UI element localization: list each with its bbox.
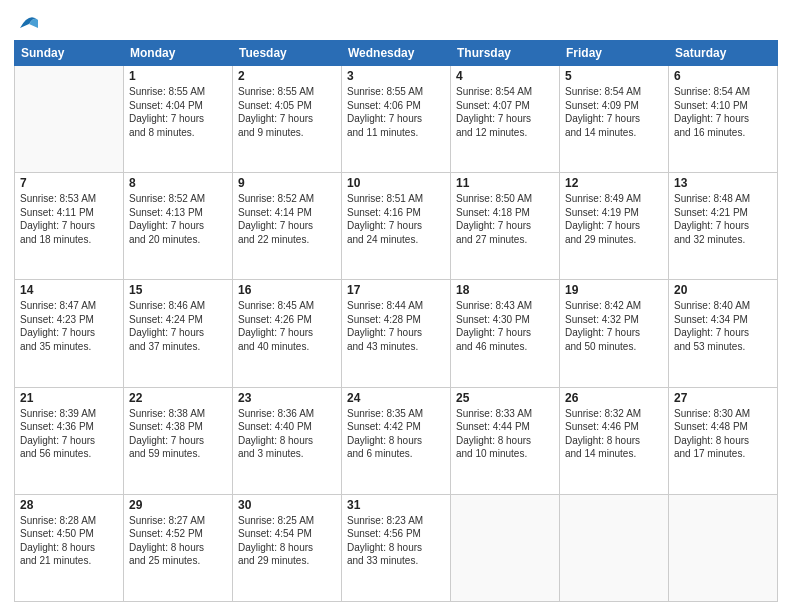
calendar-cell: 4Sunrise: 8:54 AM Sunset: 4:07 PM Daylig… [451,66,560,173]
day-info: Sunrise: 8:54 AM Sunset: 4:07 PM Dayligh… [456,85,554,139]
weekday-header-tuesday: Tuesday [233,41,342,66]
day-info: Sunrise: 8:44 AM Sunset: 4:28 PM Dayligh… [347,299,445,353]
calendar-cell: 19Sunrise: 8:42 AM Sunset: 4:32 PM Dayli… [560,280,669,387]
calendar-table: SundayMondayTuesdayWednesdayThursdayFrid… [14,40,778,602]
calendar-header-row: SundayMondayTuesdayWednesdayThursdayFrid… [15,41,778,66]
weekday-header-friday: Friday [560,41,669,66]
day-number: 7 [20,176,118,190]
day-number: 23 [238,391,336,405]
calendar-cell: 17Sunrise: 8:44 AM Sunset: 4:28 PM Dayli… [342,280,451,387]
calendar-cell: 24Sunrise: 8:35 AM Sunset: 4:42 PM Dayli… [342,387,451,494]
calendar-cell: 10Sunrise: 8:51 AM Sunset: 4:16 PM Dayli… [342,173,451,280]
day-number: 16 [238,283,336,297]
weekday-header-wednesday: Wednesday [342,41,451,66]
day-number: 14 [20,283,118,297]
day-info: Sunrise: 8:42 AM Sunset: 4:32 PM Dayligh… [565,299,663,353]
calendar-cell: 6Sunrise: 8:54 AM Sunset: 4:10 PM Daylig… [669,66,778,173]
day-number: 8 [129,176,227,190]
day-number: 31 [347,498,445,512]
weekday-header-monday: Monday [124,41,233,66]
day-info: Sunrise: 8:50 AM Sunset: 4:18 PM Dayligh… [456,192,554,246]
day-number: 22 [129,391,227,405]
calendar-cell: 12Sunrise: 8:49 AM Sunset: 4:19 PM Dayli… [560,173,669,280]
day-info: Sunrise: 8:55 AM Sunset: 4:05 PM Dayligh… [238,85,336,139]
calendar-cell: 20Sunrise: 8:40 AM Sunset: 4:34 PM Dayli… [669,280,778,387]
day-info: Sunrise: 8:35 AM Sunset: 4:42 PM Dayligh… [347,407,445,461]
day-info: Sunrise: 8:49 AM Sunset: 4:19 PM Dayligh… [565,192,663,246]
day-info: Sunrise: 8:52 AM Sunset: 4:14 PM Dayligh… [238,192,336,246]
day-info: Sunrise: 8:47 AM Sunset: 4:23 PM Dayligh… [20,299,118,353]
day-number: 18 [456,283,554,297]
day-info: Sunrise: 8:43 AM Sunset: 4:30 PM Dayligh… [456,299,554,353]
weekday-header-thursday: Thursday [451,41,560,66]
calendar-cell: 8Sunrise: 8:52 AM Sunset: 4:13 PM Daylig… [124,173,233,280]
day-info: Sunrise: 8:51 AM Sunset: 4:16 PM Dayligh… [347,192,445,246]
calendar-cell: 30Sunrise: 8:25 AM Sunset: 4:54 PM Dayli… [233,494,342,601]
day-number: 27 [674,391,772,405]
calendar-cell: 16Sunrise: 8:45 AM Sunset: 4:26 PM Dayli… [233,280,342,387]
day-number: 21 [20,391,118,405]
day-info: Sunrise: 8:36 AM Sunset: 4:40 PM Dayligh… [238,407,336,461]
page: SundayMondayTuesdayWednesdayThursdayFrid… [0,0,792,612]
day-info: Sunrise: 8:52 AM Sunset: 4:13 PM Dayligh… [129,192,227,246]
day-number: 29 [129,498,227,512]
calendar-week-row: 7Sunrise: 8:53 AM Sunset: 4:11 PM Daylig… [15,173,778,280]
day-number: 2 [238,69,336,83]
calendar-cell: 1Sunrise: 8:55 AM Sunset: 4:04 PM Daylig… [124,66,233,173]
day-info: Sunrise: 8:40 AM Sunset: 4:34 PM Dayligh… [674,299,772,353]
day-number: 30 [238,498,336,512]
calendar-cell: 2Sunrise: 8:55 AM Sunset: 4:05 PM Daylig… [233,66,342,173]
day-info: Sunrise: 8:38 AM Sunset: 4:38 PM Dayligh… [129,407,227,461]
day-info: Sunrise: 8:55 AM Sunset: 4:06 PM Dayligh… [347,85,445,139]
logo [14,10,40,32]
day-number: 28 [20,498,118,512]
day-number: 1 [129,69,227,83]
day-number: 6 [674,69,772,83]
day-number: 26 [565,391,663,405]
calendar-cell: 11Sunrise: 8:50 AM Sunset: 4:18 PM Dayli… [451,173,560,280]
calendar-cell [669,494,778,601]
calendar-cell: 14Sunrise: 8:47 AM Sunset: 4:23 PM Dayli… [15,280,124,387]
day-number: 11 [456,176,554,190]
day-info: Sunrise: 8:25 AM Sunset: 4:54 PM Dayligh… [238,514,336,568]
calendar-cell: 3Sunrise: 8:55 AM Sunset: 4:06 PM Daylig… [342,66,451,173]
calendar-cell: 27Sunrise: 8:30 AM Sunset: 4:48 PM Dayli… [669,387,778,494]
header [14,10,778,32]
calendar-cell: 23Sunrise: 8:36 AM Sunset: 4:40 PM Dayli… [233,387,342,494]
calendar-week-row: 28Sunrise: 8:28 AM Sunset: 4:50 PM Dayli… [15,494,778,601]
day-number: 15 [129,283,227,297]
calendar-cell: 7Sunrise: 8:53 AM Sunset: 4:11 PM Daylig… [15,173,124,280]
day-info: Sunrise: 8:54 AM Sunset: 4:10 PM Dayligh… [674,85,772,139]
day-number: 17 [347,283,445,297]
day-info: Sunrise: 8:27 AM Sunset: 4:52 PM Dayligh… [129,514,227,568]
day-number: 24 [347,391,445,405]
day-info: Sunrise: 8:33 AM Sunset: 4:44 PM Dayligh… [456,407,554,461]
calendar-week-row: 14Sunrise: 8:47 AM Sunset: 4:23 PM Dayli… [15,280,778,387]
day-info: Sunrise: 8:46 AM Sunset: 4:24 PM Dayligh… [129,299,227,353]
calendar-cell: 22Sunrise: 8:38 AM Sunset: 4:38 PM Dayli… [124,387,233,494]
day-info: Sunrise: 8:30 AM Sunset: 4:48 PM Dayligh… [674,407,772,461]
calendar-cell [15,66,124,173]
calendar-cell: 15Sunrise: 8:46 AM Sunset: 4:24 PM Dayli… [124,280,233,387]
calendar-cell [451,494,560,601]
calendar-cell: 29Sunrise: 8:27 AM Sunset: 4:52 PM Dayli… [124,494,233,601]
calendar-cell: 9Sunrise: 8:52 AM Sunset: 4:14 PM Daylig… [233,173,342,280]
calendar-cell: 31Sunrise: 8:23 AM Sunset: 4:56 PM Dayli… [342,494,451,601]
calendar-cell: 18Sunrise: 8:43 AM Sunset: 4:30 PM Dayli… [451,280,560,387]
calendar-cell: 13Sunrise: 8:48 AM Sunset: 4:21 PM Dayli… [669,173,778,280]
calendar-cell: 26Sunrise: 8:32 AM Sunset: 4:46 PM Dayli… [560,387,669,494]
day-info: Sunrise: 8:32 AM Sunset: 4:46 PM Dayligh… [565,407,663,461]
calendar-cell: 21Sunrise: 8:39 AM Sunset: 4:36 PM Dayli… [15,387,124,494]
calendar-cell: 25Sunrise: 8:33 AM Sunset: 4:44 PM Dayli… [451,387,560,494]
day-number: 5 [565,69,663,83]
day-number: 9 [238,176,336,190]
day-number: 3 [347,69,445,83]
day-info: Sunrise: 8:53 AM Sunset: 4:11 PM Dayligh… [20,192,118,246]
day-info: Sunrise: 8:45 AM Sunset: 4:26 PM Dayligh… [238,299,336,353]
weekday-header-sunday: Sunday [15,41,124,66]
day-number: 13 [674,176,772,190]
calendar-week-row: 1Sunrise: 8:55 AM Sunset: 4:04 PM Daylig… [15,66,778,173]
day-info: Sunrise: 8:39 AM Sunset: 4:36 PM Dayligh… [20,407,118,461]
calendar-week-row: 21Sunrise: 8:39 AM Sunset: 4:36 PM Dayli… [15,387,778,494]
day-info: Sunrise: 8:28 AM Sunset: 4:50 PM Dayligh… [20,514,118,568]
